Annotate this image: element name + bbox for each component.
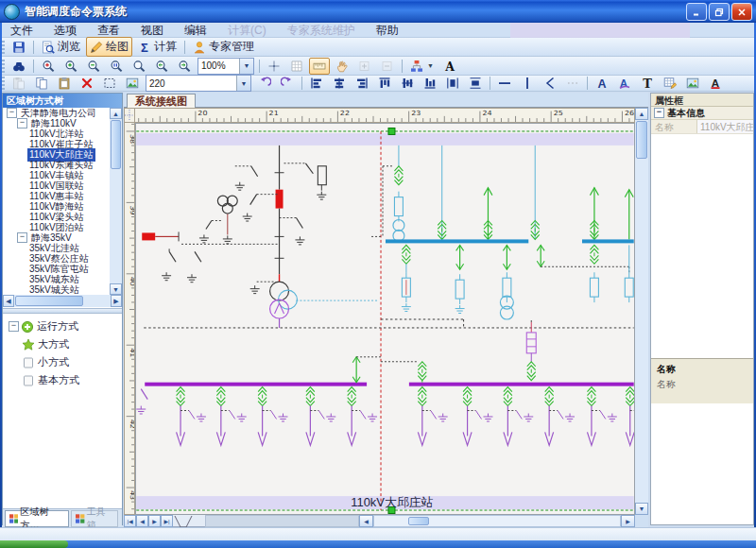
- toolbar-gripper[interactable]: [2, 77, 5, 90]
- grid-toggle-button[interactable]: [286, 58, 307, 75]
- collapse-icon[interactable]: −: [7, 108, 17, 118]
- vertical-ruler[interactable]: 383940414243: [124, 123, 135, 515]
- start-button-fragment[interactable]: [0, 540, 68, 548]
- scroll-up-button[interactable]: ▲: [110, 108, 122, 119]
- panel-tab-工具箱[interactable]: 工具箱: [71, 510, 118, 527]
- run-mode-item-小方式[interactable]: 小方式: [3, 353, 122, 371]
- next-page-button[interactable]: ▶: [148, 515, 161, 527]
- zoom-actual-button[interactable]: [106, 58, 127, 75]
- align-right-button[interactable]: [352, 75, 372, 92]
- prev-page-button[interactable]: ◀: [136, 515, 148, 527]
- minimize-button[interactable]: [686, 3, 707, 21]
- horizontal-ruler[interactable]: 20212223242526: [135, 108, 635, 123]
- ruler-toggle-button[interactable]: [309, 58, 330, 75]
- topology-button[interactable]: ▼: [406, 58, 438, 75]
- toolbar-gripper[interactable]: [2, 41, 5, 54]
- find-button[interactable]: [9, 58, 29, 75]
- save-button[interactable]: [9, 39, 29, 56]
- table-edit-button[interactable]: [660, 75, 680, 92]
- collapse-group-icon[interactable]: −: [654, 108, 664, 118]
- run-mode-item-运行方式[interactable]: −运行方式: [3, 317, 122, 335]
- delete-button[interactable]: [77, 75, 97, 92]
- scroll-up-button[interactable]: ▲: [635, 108, 648, 120]
- tree-item-35kV城关站[interactable]: 35kV城关站: [3, 284, 110, 295]
- menu-item-视图[interactable]: 视图: [130, 23, 174, 38]
- menu-item-帮助[interactable]: 帮助: [366, 23, 409, 38]
- canvas-vscroll[interactable]: ▲ ▼: [635, 108, 648, 515]
- distribute-h-button[interactable]: [442, 75, 463, 92]
- zoom-in-button[interactable]: [60, 58, 81, 75]
- coordinate-button[interactable]: [264, 58, 284, 75]
- zoom-level-combo[interactable]: 100%▼: [198, 58, 254, 75]
- font-a-button[interactable]: A: [592, 75, 612, 92]
- run-mode-item-大方式[interactable]: 大方式: [3, 335, 122, 353]
- align-center-button[interactable]: [329, 75, 350, 92]
- tab-system-wiring-diagram[interactable]: 系统接线图: [127, 94, 196, 109]
- font-button[interactable]: A: [439, 58, 460, 75]
- rotate-right-button[interactable]: [277, 75, 298, 92]
- distribute-v-button[interactable]: [465, 75, 486, 92]
- copy-button[interactable]: [31, 75, 52, 92]
- font-color-button[interactable]: A: [705, 75, 726, 92]
- calc-mode-button[interactable]: Σ计算: [134, 37, 180, 57]
- align-left-button[interactable]: [306, 75, 327, 92]
- chevron-down-icon[interactable]: ▼: [427, 62, 434, 69]
- scroll-thumb[interactable]: [408, 517, 429, 525]
- panel-tab-区域树方…[interactable]: 区域树方…: [5, 510, 69, 527]
- scroll-thumb[interactable]: [111, 120, 121, 169]
- hscroll-right-button[interactable]: ▶: [621, 515, 635, 527]
- menu-item-选项[interactable]: 选项: [43, 23, 87, 38]
- line-horizontal-button[interactable]: [494, 75, 515, 92]
- scroll-thumb[interactable]: [15, 296, 83, 306]
- picture-button[interactable]: [682, 75, 703, 92]
- property-value-cell[interactable]: 110kV大邱庄站: [697, 120, 753, 133]
- insert-image-button[interactable]: [122, 75, 143, 92]
- region-tree-hscroll[interactable]: ◀ ▶: [3, 295, 122, 307]
- scroll-left-button[interactable]: ◀: [3, 295, 14, 307]
- menu-item-文件[interactable]: 文件: [0, 23, 43, 38]
- pan-tool-button[interactable]: [332, 58, 352, 75]
- zoom-all-button[interactable]: [129, 58, 149, 75]
- rotate-left-button[interactable]: [254, 75, 275, 92]
- line-vertical-button[interactable]: [517, 75, 538, 92]
- run-mode-item-基本方式[interactable]: 基本方式: [3, 371, 122, 389]
- expert-manage-button[interactable]: 专家管理: [189, 37, 258, 57]
- hscroll-left-button[interactable]: ◀: [359, 515, 373, 527]
- draw-mode-button[interactable]: 绘图: [86, 37, 132, 57]
- restore-button[interactable]: [709, 3, 730, 21]
- scroll-right-button[interactable]: ▶: [111, 295, 122, 307]
- font-style-button[interactable]: A: [614, 75, 635, 92]
- collapse-icon[interactable]: −: [17, 118, 27, 128]
- menu-item-编辑[interactable]: 编辑: [174, 23, 217, 38]
- scroll-down-button[interactable]: ▼: [110, 283, 122, 295]
- zoom-window-button[interactable]: [38, 58, 59, 75]
- scroll-down-button[interactable]: ▼: [635, 503, 648, 515]
- first-page-button[interactable]: |◀: [124, 515, 136, 527]
- last-page-button[interactable]: ▶|: [161, 515, 173, 527]
- wiring-diagram-canvas[interactable]: 110kV大邱庄站: [135, 123, 635, 515]
- chevron-down-icon[interactable]: ▼: [239, 59, 253, 74]
- toolbar-gripper[interactable]: [2, 60, 5, 73]
- canvas-hscroll[interactable]: [373, 515, 621, 527]
- chevron-down-icon[interactable]: ▼: [236, 76, 250, 91]
- zoom-prev-button[interactable]: [151, 58, 172, 75]
- select-region-button[interactable]: [99, 75, 120, 92]
- region-tree-vscroll[interactable]: ▲ ▼: [110, 108, 122, 295]
- scroll-thumb[interactable]: [636, 121, 647, 159]
- text-tool-button[interactable]: T: [637, 75, 658, 92]
- collapse-icon[interactable]: −: [17, 232, 27, 243]
- zoom-out-button[interactable]: [83, 58, 104, 75]
- sheet-tabs[interactable]: [173, 515, 205, 527]
- align-top-button[interactable]: [374, 75, 395, 92]
- collapse-icon[interactable]: −: [9, 321, 19, 332]
- browse-mode-button[interactable]: 浏览: [38, 37, 84, 57]
- polyline-button[interactable]: [540, 75, 560, 92]
- clipboard-button[interactable]: [54, 75, 75, 92]
- element-size-combo[interactable]: 220▼: [146, 75, 251, 92]
- zoom-next-button[interactable]: [174, 58, 195, 75]
- align-bottom-button[interactable]: [420, 75, 440, 92]
- menu-item-查看[interactable]: 查看: [87, 23, 130, 38]
- close-button[interactable]: [731, 3, 752, 21]
- property-group-row[interactable]: − 基本信息: [651, 107, 753, 120]
- align-middle-button[interactable]: [397, 75, 418, 92]
